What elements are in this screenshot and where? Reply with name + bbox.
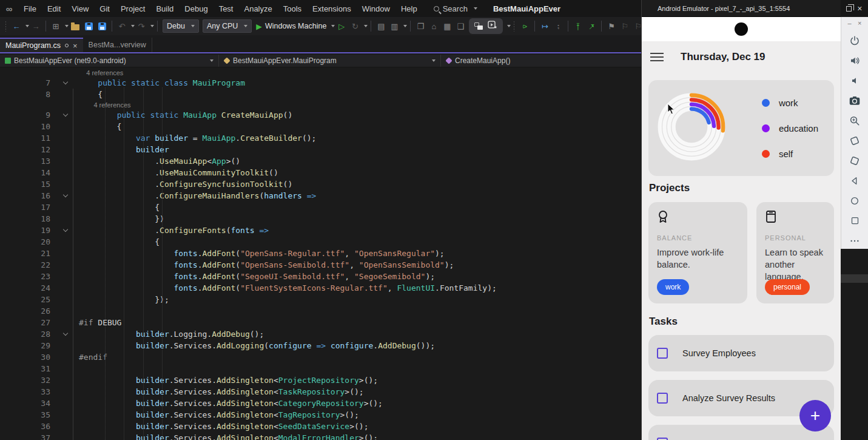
- fold-chevron-icon[interactable]: [52, 225, 79, 236]
- device-landscape-icon[interactable]: ❑: [454, 19, 467, 33]
- plus-icon: +: [810, 406, 820, 425]
- save-icon[interactable]: [82, 19, 95, 33]
- menu-item-edit[interactable]: Edit: [42, 2, 66, 16]
- undo-icon[interactable]: ↶: [115, 19, 129, 33]
- close-window-icon[interactable]: ×: [857, 4, 862, 13]
- task-card[interactable]: Survey Employees: [648, 335, 834, 371]
- restart-icon[interactable]: ↻: [348, 19, 362, 33]
- emulator-rotate-left-icon[interactable]: [849, 130, 860, 151]
- menu-item-window[interactable]: Window: [357, 2, 395, 16]
- menu-item-help[interactable]: Help: [395, 2, 423, 16]
- phone-screen[interactable]: Thursday, Dec 19 workeducationself Proje…: [642, 17, 841, 440]
- toolbar-grip[interactable]: [513, 21, 516, 32]
- start-debugging-button[interactable]: ▶Windows Machine: [254, 19, 329, 33]
- redo-icon[interactable]: ↷: [135, 19, 148, 33]
- emulator-power-icon[interactable]: [849, 30, 860, 50]
- feedback-icon[interactable]: ▤: [374, 19, 388, 33]
- menu-item-analyze[interactable]: Analyze: [238, 2, 277, 16]
- menu-item-view[interactable]: View: [66, 2, 94, 16]
- menu-item-build[interactable]: Build: [150, 2, 179, 16]
- emulator-back-icon[interactable]: [850, 171, 860, 191]
- menu-item-file[interactable]: File: [18, 2, 42, 16]
- emulator-minimize-icon[interactable]: –: [847, 19, 851, 27]
- menu-item-git[interactable]: Git: [94, 2, 115, 16]
- step-into-icon[interactable]: ⭱: [571, 19, 585, 33]
- task-checkbox[interactable]: [657, 438, 668, 440]
- solution-configuration-dropdown[interactable]: Debu: [163, 19, 199, 33]
- chevron-down-icon[interactable]: [129, 25, 135, 27]
- menu-item-debug[interactable]: Debug: [179, 2, 213, 16]
- device-portrait-icon[interactable]: ❐: [414, 19, 427, 33]
- emulator-volume-up-icon[interactable]: [849, 50, 860, 70]
- chevron-down-icon[interactable]: [148, 25, 154, 27]
- chevron-down-icon[interactable]: [23, 25, 29, 27]
- start-without-debugging-icon[interactable]: ▷: [335, 19, 348, 33]
- menu-item-extensions[interactable]: Extensions: [307, 2, 357, 16]
- chevron-down-icon[interactable]: [362, 25, 368, 27]
- new-project-icon[interactable]: ⊞: [49, 19, 62, 33]
- emulator-volume-down-icon[interactable]: [850, 70, 860, 90]
- search-control[interactable]: Search: [434, 4, 477, 13]
- play-icon: ▶: [256, 22, 262, 31]
- close-tab-icon[interactable]: ×: [73, 41, 78, 50]
- hot-restart-to-device-icon[interactable]: [474, 22, 483, 30]
- tab-label: MauiProgram.cs: [5, 41, 61, 50]
- fold-chevron-icon[interactable]: [52, 109, 79, 121]
- projects-list: BALANCEImprove work-life balance.workPER…: [648, 202, 834, 303]
- toolbar-grip[interactable]: [5, 21, 7, 32]
- code-cleanup-icon[interactable]: ⪧: [518, 19, 531, 33]
- project-card[interactable]: BALANCEImprove work-life balance.work: [648, 202, 747, 303]
- breadcrumb-type[interactable]: BestMauiAppEver.MauiProgram: [219, 55, 440, 67]
- breadcrumb-project[interactable]: BestMauiAppEver (net9.0-android): [0, 55, 218, 67]
- device-image-icon[interactable]: ▦: [440, 19, 454, 33]
- project-tag-badge: work: [657, 279, 689, 295]
- chevron-down-icon[interactable]: [505, 25, 511, 27]
- task-checkbox[interactable]: [657, 393, 668, 404]
- fold-chevron-icon[interactable]: [52, 190, 79, 201]
- code-text: builder.Logging.AddDebug();: [79, 328, 264, 340]
- emulator-more-icon[interactable]: [850, 231, 860, 251]
- profiler-icon[interactable]: ⨟: [551, 19, 565, 33]
- nav-forward-icon[interactable]: →: [29, 19, 42, 33]
- emulator-zoom-icon[interactable]: [849, 110, 860, 130]
- emulator-close-icon[interactable]: ×: [858, 19, 861, 27]
- start-with-hot-reload-icon[interactable]: [488, 21, 497, 32]
- device-home-icon[interactable]: ⌂: [427, 19, 440, 33]
- task-checkbox[interactable]: [657, 348, 668, 359]
- task-label: Analyze Survey Results: [682, 393, 775, 403]
- android-emulator-window[interactable]: Android Emulator - pixel_7_-_api_35_1:55…: [641, 0, 841, 440]
- nav-back-icon[interactable]: ←: [10, 19, 23, 33]
- preview-window-icon[interactable]: ▥: [388, 19, 401, 33]
- restore-window-icon[interactable]: [846, 6, 852, 12]
- scrollbar-thumb[interactable]: [841, 274, 868, 283]
- emulator-overview-icon[interactable]: [850, 211, 860, 231]
- breadcrumb-member[interactable]: CreateMauiApp(): [441, 55, 641, 67]
- step-over-icon[interactable]: ⭷: [585, 19, 598, 33]
- menu-item-test[interactable]: Test: [214, 2, 239, 16]
- attach-to-process-icon[interactable]: ↦: [538, 19, 551, 33]
- bookmark-icon[interactable]: ⚑: [605, 19, 618, 33]
- chevron-down-icon[interactable]: [401, 25, 407, 27]
- bookmark-prev-icon[interactable]: ⚐: [618, 19, 631, 33]
- emulator-camera-icon[interactable]: [849, 90, 860, 110]
- emulator-home-icon[interactable]: [850, 191, 860, 211]
- chevron-down-icon[interactable]: [62, 25, 69, 27]
- open-folder-icon[interactable]: [69, 19, 82, 33]
- hamburger-menu-icon[interactable]: [650, 53, 664, 61]
- project-card[interactable]: PERSONALLearn to speak another language.…: [756, 202, 834, 303]
- chevron-down-icon[interactable]: [329, 25, 335, 27]
- vs-window-controls: ×: [840, 0, 868, 17]
- chart-card: workeducationself: [648, 80, 834, 176]
- fold-chevron-icon[interactable]: [52, 328, 79, 340]
- tab-overview[interactable]: BestMa...verview: [83, 38, 152, 52]
- tab-mauiprogram[interactable]: MauiProgram.cs ×: [0, 38, 83, 52]
- menu-item-tools[interactable]: Tools: [278, 2, 307, 16]
- save-all-icon[interactable]: [95, 19, 109, 33]
- add-task-fab-button[interactable]: +: [799, 400, 831, 432]
- fold-chevron-icon[interactable]: [52, 77, 79, 89]
- emulator-rotate-right-icon[interactable]: [849, 151, 860, 171]
- emulator-titlebar[interactable]: Android Emulator - pixel_7_-_api_35_1:55…: [642, 0, 841, 17]
- chevron-down-icon: [191, 25, 195, 27]
- menu-item-project[interactable]: Project: [115, 2, 150, 16]
- solution-platform-dropdown[interactable]: Any CPU: [203, 19, 252, 33]
